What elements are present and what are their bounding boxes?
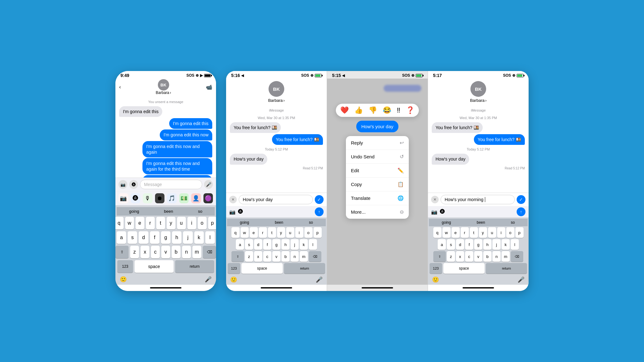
k2-n[interactable]: n <box>291 251 299 262</box>
k2-o[interactable]: o <box>304 227 313 238</box>
app-btn-1[interactable]: 🅐 <box>129 180 138 189</box>
appstore-icon[interactable]: 🅐 <box>131 193 141 203</box>
key-y[interactable]: y <box>167 217 175 229</box>
k2-z[interactable]: z <box>245 251 253 262</box>
send-btn-4[interactable]: ✓ <box>517 195 525 204</box>
mic-btn-1[interactable]: 🎤 <box>204 180 213 189</box>
k2-b[interactable]: b <box>281 251 290 262</box>
k4-o[interactable]: o <box>506 227 514 238</box>
k4-j[interactable]: j <box>492 239 501 250</box>
k2-a[interactable]: a <box>236 239 244 250</box>
back-button-1[interactable]: ‹ <box>119 84 121 90</box>
k4-v[interactable]: v <box>474 251 482 262</box>
key-v[interactable]: v <box>161 246 170 258</box>
k4-e[interactable]: e <box>452 227 460 238</box>
key-i[interactable]: i <box>187 217 196 229</box>
k2-d[interactable]: d <box>254 239 262 250</box>
k4-r[interactable]: r <box>461 227 469 238</box>
key-w[interactable]: w <box>125 217 134 229</box>
k2-shift[interactable]: ⇧ <box>231 251 244 262</box>
menu-edit[interactable]: Edit ✏️ <box>346 164 409 178</box>
k2-j[interactable]: j <box>291 239 299 250</box>
key-return[interactable]: return <box>175 260 214 273</box>
soundwave-icon[interactable]: 🎙 <box>143 193 153 203</box>
k2-l[interactable]: l <box>309 239 317 250</box>
k4-d[interactable]: d <box>456 239 464 250</box>
k4-b[interactable]: b <box>483 251 491 262</box>
key-z[interactable]: z <box>130 246 139 258</box>
reaction-exclaim[interactable]: ‼️ <box>397 106 400 114</box>
k4-k[interactable]: k <box>502 239 510 250</box>
menu-translate[interactable]: Translate 🌐 <box>346 191 409 205</box>
key-backspace[interactable]: ⌫ <box>203 246 216 258</box>
k4-y[interactable]: y <box>479 227 487 238</box>
avatar-2[interactable]: BK <box>269 81 284 97</box>
k2-m[interactable]: m <box>300 251 308 262</box>
k4-l[interactable]: l <box>511 239 519 250</box>
menu-copy[interactable]: Copy 📋 <box>346 178 409 191</box>
key-m[interactable]: m <box>192 246 201 258</box>
k4-space[interactable]: space <box>443 263 485 274</box>
camera-btn-2[interactable]: 📷 <box>229 209 236 215</box>
k2-q[interactable]: q <box>231 227 240 238</box>
key-o[interactable]: o <box>198 217 207 229</box>
menu-reply[interactable]: Reply ↩ <box>346 136 409 150</box>
k4-n[interactable]: n <box>492 251 501 262</box>
cancel-btn-2[interactable]: ✕ <box>229 196 237 203</box>
k4-c[interactable]: c <box>465 251 473 262</box>
key-q[interactable]: q <box>115 217 124 229</box>
k2-t[interactable]: t <box>268 227 276 238</box>
key-j[interactable]: j <box>183 231 192 244</box>
k2-k[interactable]: k <box>300 239 308 250</box>
k4-p[interactable]: p <box>515 227 524 238</box>
camera-btn-1[interactable]: 📷 <box>119 180 127 189</box>
key-s[interactable]: s <box>128 231 137 244</box>
key-h[interactable]: h <box>172 231 181 244</box>
k4-123[interactable]: 123 <box>430 263 442 274</box>
k4-t[interactable]: t <box>470 227 478 238</box>
k2-e[interactable]: e <box>250 227 258 238</box>
avatar-1[interactable]: BK <box>158 79 169 90</box>
k4-i[interactable]: i <box>497 227 505 238</box>
key-123[interactable]: 123 <box>117 260 133 273</box>
message-input-1[interactable]: Message <box>140 180 202 189</box>
reaction-thumbsup[interactable]: 👍 <box>354 106 363 114</box>
k4-x[interactable]: x <box>456 251 464 262</box>
k2-w[interactable]: w <box>241 227 249 238</box>
reaction-heart[interactable]: ❤️ <box>340 106 349 114</box>
k4-shift[interactable]: ⇧ <box>433 251 446 262</box>
key-space[interactable]: space <box>135 260 174 273</box>
k2-p[interactable]: p <box>314 227 322 238</box>
k2-x[interactable]: x <box>254 251 262 262</box>
record-icon[interactable]: ⏺ <box>155 193 165 203</box>
menu-undo-send[interactable]: Undo Send ↺ <box>346 150 409 164</box>
reaction-haha[interactable]: 😂 <box>383 106 391 114</box>
k2-y[interactable]: y <box>277 227 285 238</box>
upload-btn-4[interactable]: ↑ <box>517 207 525 216</box>
k2-c[interactable]: c <box>263 251 271 262</box>
key-g[interactable]: g <box>161 231 170 244</box>
k2-g[interactable]: g <box>272 239 280 250</box>
cancel-btn-4[interactable]: ✕ <box>431 196 439 203</box>
key-d[interactable]: d <box>139 231 148 244</box>
k4-w[interactable]: w <box>442 227 451 238</box>
key-l[interactable]: l <box>205 231 215 244</box>
key-u[interactable]: u <box>177 217 186 229</box>
key-c[interactable]: c <box>151 246 160 258</box>
key-f[interactable]: f <box>150 231 159 244</box>
key-k[interactable]: k <box>194 231 204 244</box>
key-b[interactable]: b <box>172 246 180 258</box>
key-x[interactable]: x <box>141 246 149 258</box>
k2-123[interactable]: 123 <box>228 263 240 274</box>
k4-backspace[interactable]: ⌫ <box>511 251 523 262</box>
k2-r[interactable]: r <box>259 227 267 238</box>
contact-icon[interactable]: 👤 <box>191 193 201 203</box>
key-t[interactable]: t <box>156 217 165 229</box>
message-input-4[interactable]: How's your morning <box>441 195 515 204</box>
k2-h[interactable]: h <box>281 239 290 250</box>
k2-space[interactable]: space <box>242 263 283 274</box>
k2-s[interactable]: s <box>245 239 253 250</box>
send-btn-2[interactable]: ✓ <box>315 195 324 204</box>
key-r[interactable]: r <box>146 217 155 229</box>
k4-g[interactable]: g <box>474 239 482 250</box>
